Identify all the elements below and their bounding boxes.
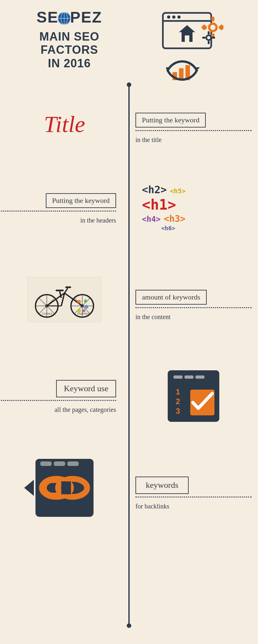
content-keyword-box: amount of keywords (135, 290, 207, 305)
logo-globe (58, 12, 71, 25)
link-icon-container (34, 457, 95, 518)
backlinks-subtitle: for backlinks (135, 503, 169, 510)
svg-text:2: 2 (176, 397, 180, 406)
header-right (129, 6, 248, 86)
title-section-right: Putting the keyword in the title (129, 103, 258, 144)
svg-marker-9 (179, 25, 195, 32)
svg-rect-11 (185, 35, 189, 42)
svg-point-57 (84, 299, 87, 303)
logo-pez: PEZ (70, 9, 102, 26)
svg-point-56 (77, 300, 81, 304)
h6-tag: <h6> (161, 225, 175, 232)
keyword-subtitle: all the pages, categories (55, 406, 116, 413)
logo: SE PEZ (36, 10, 102, 25)
svg-rect-73 (40, 461, 52, 466)
title-subtitle: in the title (135, 136, 162, 144)
svg-point-58 (84, 305, 88, 309)
svg-rect-74 (54, 461, 65, 466)
title-dotted-line (135, 130, 252, 131)
backlinks-dotted-line (135, 497, 252, 497)
svg-text:Content: Content (42, 312, 52, 315)
header-left: SE PEZ Main SEO Factors in 2016 (10, 6, 129, 70)
content-dotted-line (135, 307, 252, 308)
svg-rect-64 (174, 375, 183, 379)
timeline-dot-top (127, 82, 131, 87)
svg-text:3: 3 (176, 407, 180, 415)
svg-point-59 (82, 309, 85, 312)
title-keyword-box: Putting the keyword (135, 113, 206, 128)
backlinks-section-right: keywords for backlinks (129, 451, 258, 510)
keyword-dotted-line (0, 400, 116, 401)
svg-rect-25 (208, 41, 210, 44)
main-title: Main SEO Factors in 2016 (10, 30, 129, 70)
svg-text:1: 1 (176, 387, 180, 396)
content-section-right: amount of keywords in the content (129, 270, 258, 321)
svg-point-7 (172, 15, 175, 19)
gear-small-icon (202, 31, 216, 45)
content-subtitle: in the content (135, 313, 171, 321)
svg-point-6 (167, 15, 170, 19)
backlinks-keyword-box: keywords (135, 477, 189, 494)
h4-tag: <h4> (142, 215, 161, 224)
svg-point-23 (207, 36, 210, 39)
h1-tag: <h1> (142, 196, 176, 213)
h2-tag: <h2> (142, 184, 167, 196)
keyword-section-left: Keyword use all the pages, categories (0, 361, 129, 413)
analytics-icon (166, 59, 205, 86)
arrow-left-icon (24, 480, 34, 496)
title-section-left: Title (0, 103, 129, 136)
svg-rect-14 (211, 17, 214, 21)
h3-tag: <h3> (164, 213, 185, 224)
svg-point-8 (177, 15, 181, 19)
svg-rect-80 (61, 481, 71, 494)
checklist-svg: 1 2 3 (164, 367, 223, 425)
backlinks-section-left (0, 451, 129, 518)
svg-marker-32 (194, 67, 200, 71)
headers-subtitle: in the headers (80, 217, 116, 224)
headers-tags-display: <h2> <h5> <h1> <h4> <h3> <h6> (139, 180, 189, 235)
keyword-section-right: 1 2 3 (129, 361, 258, 425)
keyword-section: Keyword use all the pages, categories 1 … (0, 348, 258, 438)
logo-se: SE (36, 9, 58, 26)
svg-rect-26 (202, 37, 205, 39)
svg-point-13 (210, 25, 215, 30)
h5-tag: <h5> (170, 187, 185, 195)
analytics-svg (166, 59, 205, 85)
header: SE PEZ Main SEO Factors in 2016 (0, 0, 258, 84)
headers-section-right: <h2> <h5> <h1> <h4> <h3> <h6> (129, 174, 258, 235)
bicycle-image: Content Marketing (27, 277, 102, 322)
title-cursive-text: Title (44, 113, 85, 136)
headers-dotted-line (0, 211, 116, 212)
svg-rect-65 (184, 375, 194, 379)
svg-rect-66 (195, 375, 204, 379)
svg-rect-24 (208, 31, 210, 34)
svg-rect-75 (67, 461, 79, 466)
svg-rect-27 (212, 37, 215, 39)
headers-keyword-box: Putting the keyword (46, 193, 116, 208)
timeline-dot-bottom (127, 623, 131, 628)
browser-icon (160, 10, 218, 53)
keyword-use-box: Keyword use (56, 380, 116, 397)
bicycle-svg: Content Marketing (29, 279, 100, 320)
link-browser-svg (34, 457, 95, 518)
headers-section-left: Putting the keyword in the headers (0, 174, 129, 224)
timeline-line (128, 84, 130, 625)
svg-point-60 (77, 309, 81, 313)
content-section-left: Content Marketing (0, 270, 129, 322)
